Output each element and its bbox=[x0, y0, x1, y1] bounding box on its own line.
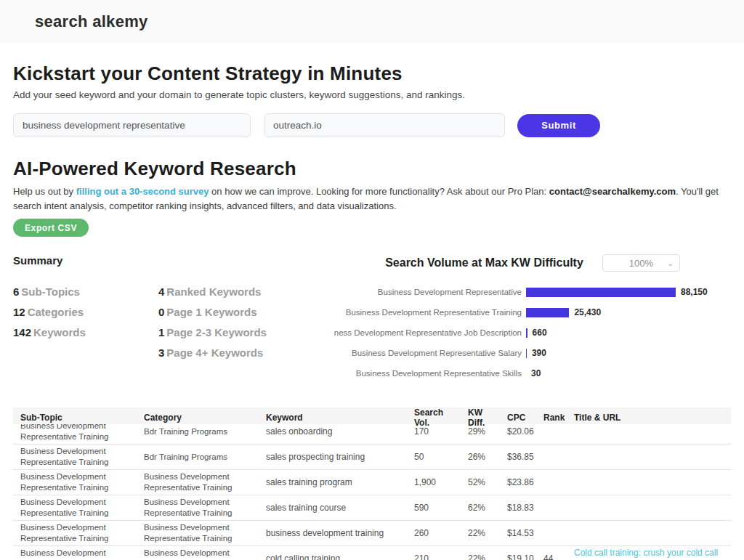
stat-categories: 12Categories bbox=[13, 306, 158, 326]
col-keyword[interactable]: Keyword bbox=[259, 413, 407, 423]
bar bbox=[526, 349, 527, 358]
stat-ranked-keywords: 4Ranked Keywords bbox=[158, 285, 267, 306]
page-subtitle: Add your seed keyword and your domain to… bbox=[13, 89, 731, 100]
top-navbar: search alkemy bbox=[0, 0, 744, 43]
difficulty-filter-value: 100% bbox=[629, 258, 653, 269]
page-title: Kickstart your Content Strategy in Minut… bbox=[13, 62, 731, 85]
col-kw-diff[interactable]: KW Diff. bbox=[461, 407, 500, 428]
chart-bar-row: Business Development Representative 88,1… bbox=[334, 282, 731, 302]
keyword-table: Sub-Topic Category Keyword Search Vol. K… bbox=[13, 407, 731, 560]
survey-link[interactable]: filling out a 30-second survey bbox=[76, 186, 209, 197]
stat-page4plus-keywords: 3Page 4+ Keywords bbox=[158, 346, 267, 367]
search-volume-chart: Search Volume at Max KW Difficulty 100% … bbox=[334, 254, 731, 384]
chart-bar-row: Business Development Representative Skil… bbox=[334, 363, 731, 384]
table-header: Sub-Topic Category Keyword Search Vol. K… bbox=[13, 407, 731, 424]
table-body[interactable]: Business Development Representative Trai… bbox=[13, 424, 731, 560]
table-row: Business Development Representative Trai… bbox=[13, 521, 731, 546]
difficulty-filter-select[interactable]: 100% ⌄ bbox=[602, 254, 680, 272]
seed-form: Submit bbox=[13, 113, 731, 137]
table-row: Business Development Representative Trai… bbox=[13, 495, 731, 521]
app-logo[interactable]: search alkemy bbox=[35, 12, 148, 31]
chart-bar-row: Business Development Representative Job … bbox=[334, 322, 731, 343]
stat-page23-keywords: 1Page 2-3 Keywords bbox=[158, 326, 267, 346]
col-rank[interactable]: Rank bbox=[536, 413, 567, 423]
summary-panel: Summary 6Sub-Topics 12Categories 142Keyw… bbox=[13, 254, 334, 384]
col-sub-topic[interactable]: Sub-Topic bbox=[13, 413, 137, 423]
help-mid: on how we can improve. Looking for more … bbox=[209, 186, 549, 197]
result-link[interactable]: Cold call training: crush your cold call… bbox=[567, 548, 731, 560]
bar bbox=[526, 328, 527, 338]
bar bbox=[526, 308, 569, 317]
research-section-title: AI-Powered Keyword Research bbox=[13, 158, 731, 180]
submit-button[interactable]: Submit bbox=[517, 114, 600, 137]
col-title-url[interactable]: Title & URL bbox=[567, 413, 731, 423]
help-prefix: Help us out by bbox=[13, 186, 76, 197]
table-row: Business Development Representative Trai… bbox=[13, 445, 731, 470]
chart-title: Search Volume at Max KW Difficulty bbox=[385, 256, 583, 269]
stat-sub-topics: 6Sub-Topics bbox=[13, 285, 158, 306]
table-row: Business Development Representative Trai… bbox=[13, 470, 731, 495]
stat-page1-keywords: 0Page 1 Keywords bbox=[158, 306, 267, 326]
export-csv-button[interactable]: Export CSV bbox=[13, 219, 89, 237]
stat-keywords: 142Keywords bbox=[13, 326, 158, 346]
summary-title: Summary bbox=[13, 254, 334, 267]
col-category[interactable]: Category bbox=[137, 413, 259, 423]
chart-bar-row: Business Development Representative Trai… bbox=[334, 302, 731, 322]
table-row: Business Development Representative Trai… bbox=[13, 546, 731, 560]
seed-keyword-input[interactable] bbox=[13, 113, 251, 137]
help-text: Help us out by filling out a 30-second s… bbox=[13, 184, 731, 213]
chevron-down-icon: ⌄ bbox=[667, 259, 673, 267]
contact-email: contact@searchalkemy.com bbox=[549, 186, 676, 197]
bar bbox=[526, 288, 676, 297]
col-cpc[interactable]: CPC bbox=[500, 413, 536, 423]
chart-bar-row: Business Development Representative Sala… bbox=[334, 343, 731, 363]
col-search-vol[interactable]: Search Vol. bbox=[407, 407, 461, 428]
domain-input[interactable] bbox=[264, 113, 505, 137]
table-row: Business Development Representative Trai… bbox=[13, 424, 731, 445]
